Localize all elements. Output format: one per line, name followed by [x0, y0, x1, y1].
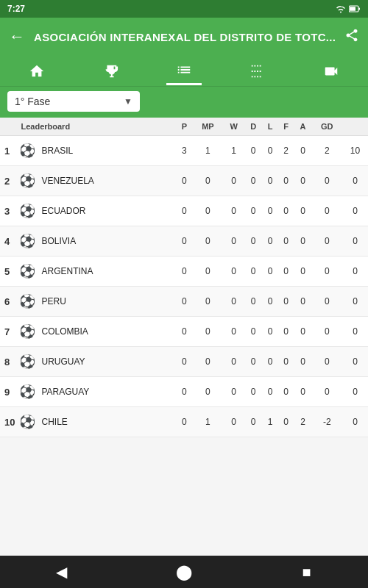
team-icon: ⚽ [18, 292, 37, 311]
bracket-tab[interactable] [240, 57, 275, 85]
bottom-nav: ◀ ⬤ ■ [0, 556, 368, 588]
d-cell: 0 [244, 226, 262, 257]
extra-cell: 0 [342, 226, 368, 257]
team-name: BOLIVIA [41, 236, 76, 246]
rank-cell: 5 [0, 257, 16, 287]
team-cell: ⚽ VENEZUELA [16, 166, 175, 196]
team-cell: ⚽ COLOMBIA [16, 317, 175, 347]
team-icon: ⚽ [18, 201, 37, 220]
l-cell: 0 [262, 317, 278, 347]
table-row: 8 ⚽ URUGUAY 0 0 0 0 0 0 0 0 0 [0, 347, 368, 377]
recents-nav-button[interactable]: ■ [285, 556, 329, 588]
a-cell: 0 [294, 347, 312, 377]
team-cell: ⚽ PARAGUAY [16, 377, 175, 407]
l-cell: 0 [262, 166, 278, 196]
a-cell: 0 [294, 196, 312, 226]
d-cell: 0 [244, 196, 262, 226]
team-name: PARAGUAY [41, 387, 89, 397]
extra-cell: 10 [342, 136, 368, 166]
team-icon: ⚽ [18, 382, 37, 401]
l-cell: 0 [262, 136, 278, 166]
phase-dropdown[interactable]: 1° Fase ▼ [7, 91, 140, 112]
p-cell: 0 [176, 226, 193, 257]
a-cell: 0 [294, 287, 312, 317]
p-cell: 0 [176, 257, 193, 287]
table-row: 3 ⚽ ECUADOR 0 0 0 0 0 0 0 0 0 [0, 196, 368, 226]
leaderboard-table: Leaderboard P MP W D L F A GD 1 ⚽ BRASIL [0, 118, 368, 437]
p-cell: 0 [176, 317, 193, 347]
p-cell: 0 [176, 287, 193, 317]
team-icon: ⚽ [18, 232, 37, 251]
leaderboard-header: Leaderboard [16, 118, 175, 136]
d-cell: 0 [244, 257, 262, 287]
l-header: L [262, 118, 278, 136]
mp-cell: 0 [193, 196, 223, 226]
gd-cell: 0 [312, 287, 342, 317]
gd-cell: 0 [312, 257, 342, 287]
back-button[interactable]: ← [6, 24, 28, 49]
rank-cell: 7 [0, 317, 16, 347]
back-nav-button[interactable]: ◀ [39, 556, 83, 588]
w-cell: 1 [223, 136, 244, 166]
team-name: PERU [41, 296, 66, 306]
mp-cell: 0 [193, 287, 223, 317]
rank-cell: 2 [0, 166, 16, 196]
team-icon: ⚽ [18, 171, 37, 190]
extra-header [342, 118, 368, 136]
table-row: 10 ⚽ CHILE 0 1 0 0 1 0 2 -2 0 [0, 407, 368, 437]
video-icon [323, 63, 339, 79]
gd-cell: 0 [312, 317, 342, 347]
f-cell: 0 [278, 317, 294, 347]
team-name: COLOMBIA [41, 326, 88, 337]
team-icon: ⚽ [18, 141, 37, 160]
w-cell: 0 [223, 317, 244, 347]
f-cell: 2 [278, 136, 294, 166]
team-name: CHILE [41, 417, 67, 427]
rank-cell: 9 [0, 377, 16, 407]
d-cell: 0 [244, 166, 262, 196]
a-cell: 0 [294, 136, 312, 166]
p-cell: 0 [176, 347, 193, 377]
rank-cell: 3 [0, 196, 16, 226]
p-cell: 0 [176, 166, 193, 196]
d-cell: 0 [244, 377, 262, 407]
team-icon: ⚽ [18, 262, 37, 281]
l-cell: 1 [262, 407, 278, 437]
a-cell: 0 [294, 257, 312, 287]
table-row: 7 ⚽ COLOMBIA 0 0 0 0 0 0 0 0 0 [0, 317, 368, 347]
table-row: 9 ⚽ PARAGUAY 0 0 0 0 0 0 0 0 0 [0, 377, 368, 407]
w-cell: 0 [223, 407, 244, 437]
gd-cell: -2 [312, 407, 342, 437]
team-cell: ⚽ CHILE [16, 407, 175, 437]
trophy-tab[interactable] [93, 57, 128, 85]
home-tab[interactable] [19, 57, 54, 85]
dropdown-value: 1° Fase [15, 96, 50, 107]
team-cell: ⚽ ARGENTINA [16, 257, 175, 287]
team-icon: ⚽ [18, 322, 37, 341]
trophy-icon [102, 63, 118, 79]
video-tab[interactable] [314, 57, 349, 85]
svg-rect-2 [359, 8, 361, 10]
w-cell: 0 [223, 347, 244, 377]
l-cell: 0 [262, 257, 278, 287]
f-header: F [278, 118, 294, 136]
gd-cell: 0 [312, 347, 342, 377]
rank-cell: 8 [0, 347, 16, 377]
a-cell: 0 [294, 317, 312, 347]
extra-cell: 0 [342, 317, 368, 347]
f-cell: 0 [278, 226, 294, 257]
l-cell: 0 [262, 347, 278, 377]
share-button[interactable] [342, 25, 362, 49]
home-nav-button[interactable]: ⬤ [162, 556, 206, 588]
team-cell: ⚽ URUGUAY [16, 347, 175, 377]
share-icon [344, 28, 359, 43]
l-cell: 0 [262, 287, 278, 317]
list-tab[interactable] [166, 57, 202, 85]
leaderboard-table-container: Leaderboard P MP W D L F A GD 1 ⚽ BRASIL [0, 118, 368, 553]
l-cell: 0 [262, 196, 278, 226]
l-cell: 0 [262, 377, 278, 407]
team-name: ARGENTINA [41, 266, 93, 276]
table-row: 2 ⚽ VENEZUELA 0 0 0 0 0 0 0 0 0 [0, 166, 368, 196]
w-header: W [223, 118, 244, 136]
extra-cell: 0 [342, 257, 368, 287]
